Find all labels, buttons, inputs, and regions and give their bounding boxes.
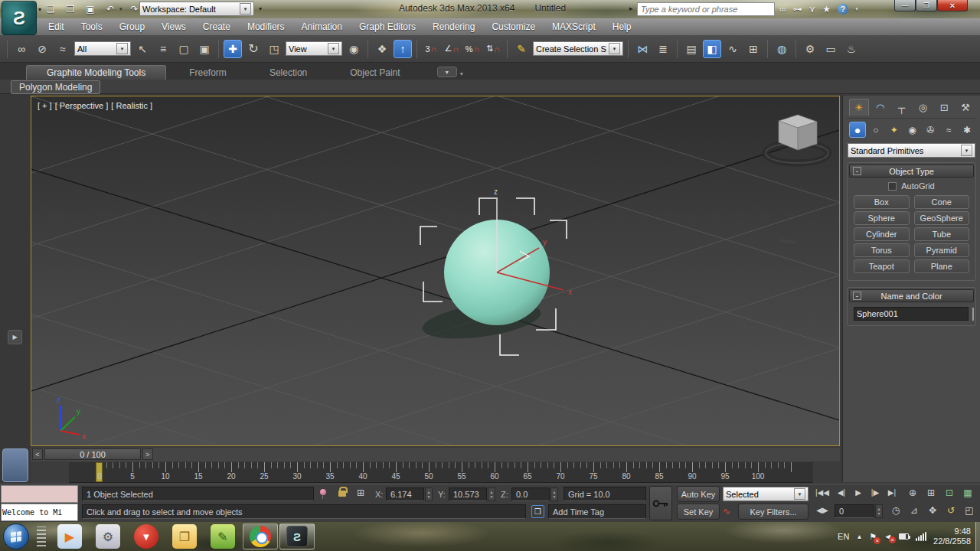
render-production-button[interactable]: ♨ bbox=[842, 40, 861, 58]
box-button[interactable]: Box bbox=[854, 195, 910, 209]
minimize-button[interactable]: — bbox=[894, 0, 916, 11]
zoom-extents-all-button[interactable]: ▦ bbox=[960, 487, 975, 498]
menu-item-group[interactable]: Group bbox=[111, 18, 153, 35]
maximize-viewport-toggle[interactable]: ◰ bbox=[962, 505, 977, 516]
object-color-swatch[interactable] bbox=[972, 308, 974, 321]
menu-item-customize[interactable]: Customize bbox=[483, 18, 544, 35]
select-and-manipulate-button[interactable]: ❖ bbox=[373, 40, 391, 58]
menu-item-animation[interactable]: Animation bbox=[293, 18, 351, 35]
edit-named-selection-sets-button[interactable]: ✎ bbox=[512, 40, 531, 58]
go-to-end-button[interactable]: ▶| bbox=[885, 488, 899, 497]
ribbon-tab-object-paint[interactable]: Object Paint bbox=[330, 66, 420, 80]
tab-utilities-icon[interactable]: ⚒ bbox=[956, 99, 975, 116]
listener-splitter-handle[interactable] bbox=[2, 448, 28, 482]
help-dropdown-icon[interactable]: ▾ bbox=[855, 6, 858, 12]
go-to-start-button[interactable]: |◀◀ bbox=[813, 488, 831, 497]
chevron-down-icon[interactable]: ▼ bbox=[961, 145, 972, 156]
show-hidden-icons-button[interactable]: ▲ bbox=[856, 533, 862, 540]
time-configuration-button[interactable]: ◷ bbox=[888, 505, 903, 516]
zoom-viewport-button[interactable]: ⊕ bbox=[905, 487, 920, 498]
frame-spinner[interactable]: ▲▼ bbox=[875, 504, 883, 518]
macro-recorder-field[interactable] bbox=[1, 485, 78, 503]
taskbar-3dsmax-button[interactable]: Ƨ bbox=[279, 523, 315, 549]
unlink-selection-button[interactable]: ⊘ bbox=[33, 40, 51, 58]
collapse-icon[interactable]: - bbox=[853, 292, 861, 300]
new-file-icon[interactable]: ❏ bbox=[43, 2, 58, 16]
taskbar-explorer-icon[interactable]: ❐ bbox=[172, 524, 197, 549]
pan-view-button[interactable]: ✥ bbox=[925, 505, 940, 516]
viewport-shading-menu[interactable]: [ Realistic ] bbox=[111, 101, 152, 110]
next-frame-button[interactable]: |▶ bbox=[868, 488, 882, 497]
language-indicator[interactable]: EN bbox=[838, 532, 849, 541]
rendered-frame-window-button[interactable]: ▭ bbox=[822, 40, 840, 58]
category-lights-icon[interactable]: ✦ bbox=[886, 122, 903, 138]
category-space-warps-icon[interactable]: ≈ bbox=[940, 122, 957, 138]
name-color-rollout-header[interactable]: - Name and Color bbox=[849, 289, 974, 302]
viewport-layout-tabs-button[interactable]: ▶ bbox=[8, 330, 22, 344]
mirror-button[interactable]: ⋈ bbox=[633, 40, 652, 58]
tab-modify-icon[interactable]: ◠ bbox=[871, 99, 890, 116]
next-frame-arrow-button[interactable]: > bbox=[142, 448, 153, 460]
menu-item-create[interactable]: Create bbox=[194, 18, 239, 35]
close-button[interactable]: ✕ bbox=[937, 0, 968, 11]
object-type-rollout-header[interactable]: - Object Type bbox=[849, 165, 974, 178]
viewport-general-menu[interactable]: [ + ] bbox=[38, 101, 52, 110]
use-pivot-point-center-button[interactable]: ◉ bbox=[345, 40, 363, 58]
application-menu-arrow-icon[interactable]: ▾ bbox=[38, 6, 41, 13]
reference-coordinate-dropdown[interactable]: View ▼ bbox=[286, 41, 342, 56]
menu-item-modifiers[interactable]: Modifiers bbox=[239, 18, 293, 35]
ribbon-tab-graphite-modeling-tools[interactable]: Graphite Modeling Tools bbox=[26, 65, 166, 80]
curve-editor-button[interactable]: ∿ bbox=[724, 40, 742, 58]
clock[interactable]: 9:48 22/8/2558 bbox=[933, 527, 971, 546]
set-keys-button[interactable] bbox=[649, 486, 672, 520]
window-crossing-button[interactable]: ▣ bbox=[195, 40, 214, 58]
taskbar-grip[interactable] bbox=[37, 527, 46, 546]
search-input[interactable] bbox=[637, 2, 775, 16]
menu-item-maxscript[interactable]: MAXScript bbox=[544, 18, 604, 35]
cone-button[interactable]: Cone bbox=[914, 195, 970, 209]
ribbon-panel-polygon-modeling[interactable]: Polygon Modeling bbox=[11, 80, 100, 94]
communication-center-icon[interactable]: ⋎ bbox=[809, 4, 816, 15]
ribbon-tab-selection[interactable]: Selection bbox=[250, 66, 327, 80]
chevron-down-icon[interactable]: ▼ bbox=[794, 488, 805, 500]
taskbar-chrome-button[interactable] bbox=[243, 523, 278, 549]
angle-snap-toggle-button[interactable]: ∠∩ bbox=[443, 40, 461, 58]
collapse-icon[interactable]: - bbox=[853, 167, 861, 175]
chevron-down-icon[interactable]: ▼ bbox=[609, 43, 620, 54]
key-filters-button[interactable]: Key Filters... bbox=[738, 504, 808, 520]
bind-to-space-warp-button[interactable]: ≈ bbox=[54, 40, 72, 58]
object-name-field[interactable] bbox=[854, 307, 969, 321]
tab-display-icon[interactable]: ⊡ bbox=[934, 99, 954, 116]
y-coordinate-field[interactable]: 10.573 bbox=[449, 487, 487, 501]
tube-button[interactable]: Tube bbox=[914, 227, 970, 241]
torus-button[interactable]: Torus bbox=[854, 243, 910, 257]
pyramid-button[interactable]: Pyramid bbox=[914, 243, 970, 257]
z-spinner[interactable]: ▲▼ bbox=[550, 487, 558, 501]
taskbar-ytd-downloader-icon[interactable]: ▼ bbox=[134, 524, 158, 549]
sphere-button[interactable]: Sphere bbox=[854, 211, 910, 225]
named-selection-sets-dropdown[interactable]: Create Selection Se ▼ bbox=[533, 41, 623, 56]
undo-icon[interactable]: ↶ bbox=[103, 2, 118, 16]
ribbon-tab-freeform[interactable]: Freeform bbox=[169, 66, 247, 80]
workspace-dropdown[interactable]: Workspace: Default ▼ bbox=[139, 2, 254, 16]
selection-filter-dropdown[interactable]: All ▼ bbox=[74, 41, 131, 56]
maximize-button[interactable]: ❐ bbox=[916, 0, 937, 11]
search-icon[interactable]: ∞ bbox=[779, 4, 786, 15]
z-coordinate-field[interactable]: 0.0 bbox=[511, 487, 550, 501]
taskbar-limewire-icon[interactable]: ✎ bbox=[211, 524, 235, 549]
chevron-down-icon[interactable]: ▼ bbox=[240, 3, 251, 15]
ribbon-minimize-button[interactable]: ▼ bbox=[437, 67, 457, 77]
show-desktop-button[interactable] bbox=[975, 522, 980, 551]
volume-muted-icon[interactable]: ◄✕ bbox=[884, 532, 892, 541]
tab-hierarchy-icon[interactable]: ┬ bbox=[892, 99, 912, 116]
tab-create-icon[interactable]: ☀ bbox=[849, 99, 869, 116]
schematic-view-button[interactable]: ⊞ bbox=[744, 40, 763, 58]
play-button[interactable]: ▶ bbox=[851, 488, 865, 497]
x-spinner[interactable]: ▲▼ bbox=[425, 487, 433, 501]
previous-frame-arrow-button[interactable]: < bbox=[32, 448, 43, 460]
category-helpers-icon[interactable]: ✇ bbox=[922, 122, 939, 138]
render-setup-button[interactable]: ⚙ bbox=[801, 40, 819, 58]
plane-button[interactable]: Plane bbox=[914, 259, 970, 273]
application-menu-button[interactable]: Ƨ bbox=[2, 1, 37, 35]
viewcube[interactable]: FRONT RIGHT bbox=[766, 96, 828, 245]
